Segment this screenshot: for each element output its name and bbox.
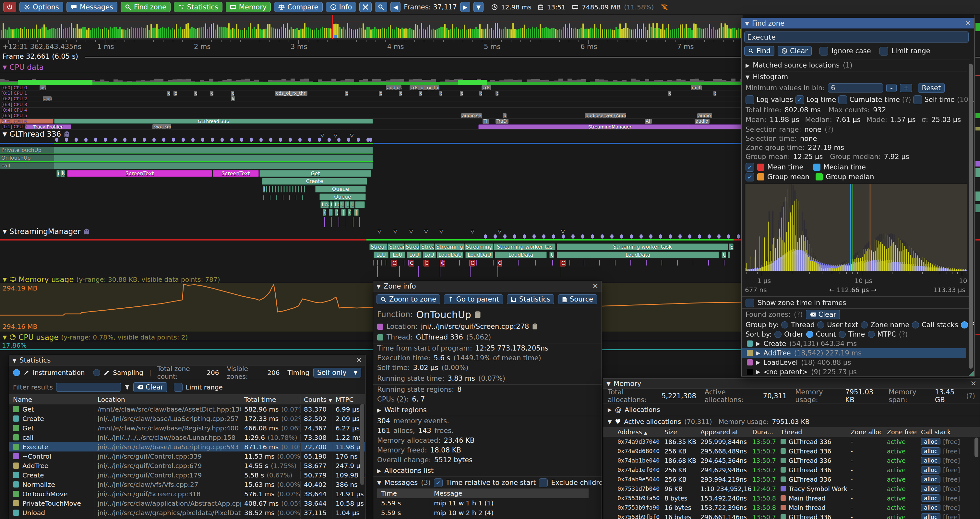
group-zone-name-radio[interactable] xyxy=(861,321,868,329)
alloc-button[interactable]: alloc xyxy=(921,504,940,511)
histogram-label[interactable]: Histogram xyxy=(752,73,788,81)
cpu-zone-span[interactable]: c xyxy=(713,91,716,96)
sample-dot[interactable] xyxy=(484,234,487,239)
alloc-button[interactable]: alloc xyxy=(921,447,940,455)
col-appeared[interactable]: Appeared at xyxy=(700,428,752,436)
table-row[interactable]: 0x74ab1be040186.68 KB294,645,364ns13:50.… xyxy=(603,456,980,465)
instrumentation-radio[interactable] xyxy=(13,369,20,376)
tools-button[interactable] xyxy=(359,2,372,12)
info-button[interactable]: Info xyxy=(326,2,356,12)
sample-dot[interactable] xyxy=(337,137,340,142)
memory-table-header[interactable]: Address ▲ Size Appeared at Dura... Threa… xyxy=(603,427,980,437)
col-total-time[interactable]: Total time xyxy=(240,396,300,404)
options-button[interactable]: Options xyxy=(19,2,63,12)
message-marker-icon[interactable]: ▽ xyxy=(409,228,413,234)
expand-icon[interactable]: ▶ xyxy=(608,407,612,413)
col-thread[interactable]: Thread xyxy=(781,428,851,436)
col-duration[interactable]: Dura... xyxy=(752,428,781,436)
cpu-zone-span[interactable]: c xyxy=(668,91,671,96)
close-icon[interactable]: ✕ xyxy=(592,283,598,290)
zone-span[interactable]: ScreenText xyxy=(67,170,212,177)
cpu-zone-span[interactable]: audioserver (AudioOut_D) xyxy=(585,113,626,118)
cpu-zone-span[interactable]: Ai xyxy=(645,119,652,124)
table-row[interactable]: 0x7531d7b04096 KB1:10 234,952,16112:40.7… xyxy=(603,484,980,493)
table-row[interactable]: Get/mnt/e/claw/src/claw/base/AssetDict.h… xyxy=(9,404,365,414)
table-row[interactable]: OnTouchMovejni/../jni/src/guif/Screen.cp… xyxy=(9,489,365,498)
message-marker-icon[interactable]: ▽ xyxy=(393,228,397,234)
sample-dot[interactable] xyxy=(659,234,662,239)
message-marker-icon[interactable]: ▽ xyxy=(320,133,324,138)
zone-span[interactable]: LoadDaU xyxy=(437,252,463,259)
table-row[interactable]: 0x7553b9fa9016 bytes153,722,396ns13:50.8… xyxy=(603,503,980,512)
sample-dot[interactable] xyxy=(259,137,262,142)
messages-button[interactable]: Messages xyxy=(67,2,118,12)
zone-span[interactable] xyxy=(0,147,54,153)
sample-dot[interactable] xyxy=(289,137,292,142)
cpu-zone-span[interactable]: aud xyxy=(43,96,52,101)
sort-mtpc-radio[interactable] xyxy=(868,331,875,338)
clipboard-icon[interactable] xyxy=(474,311,481,318)
messages-label[interactable]: Messages xyxy=(384,479,418,487)
log-values-checkbox[interactable] xyxy=(746,96,754,104)
sample-dot[interactable] xyxy=(542,234,546,239)
sample-dot[interactable] xyxy=(230,137,234,142)
zone-span[interactable]: U xyxy=(329,201,333,208)
cpu-zone-span[interactable]: cds_ol_rx_thr xyxy=(275,91,307,96)
zone-span[interactable]: PrivateTouchUp xyxy=(0,147,373,153)
message-marker-icon[interactable]: ▽ xyxy=(471,228,474,234)
frames-overview-strip[interactable] xyxy=(0,15,743,39)
sort-time-radio[interactable] xyxy=(838,331,846,338)
col-counts[interactable]: Counts ▼ xyxy=(300,396,332,404)
table-row[interactable]: Normalizejni/../jni/src/claw/vfs/Vfs.cpp… xyxy=(9,480,365,489)
zone-span[interactable]: Strean xyxy=(369,243,388,250)
sample-dot[interactable] xyxy=(640,234,643,239)
zone-span[interactable]: C( xyxy=(469,260,475,267)
sample-dot[interactable] xyxy=(369,137,372,142)
filter-input[interactable] xyxy=(56,383,121,392)
cpu-zone-span[interactable]: cds_ol_rx_threa xyxy=(410,85,439,90)
find-zone-search-input[interactable] xyxy=(744,32,969,43)
zone-span[interactable]: Up xyxy=(350,201,355,208)
zone-span[interactable]: LoadData xyxy=(495,252,547,259)
clear-button[interactable]: Clear xyxy=(778,46,812,56)
cpu-zone-span[interactable]: c xyxy=(479,91,482,96)
sample-dot[interactable] xyxy=(610,234,614,239)
reset-button[interactable]: Reset xyxy=(918,83,945,93)
min-bin-decrease-button[interactable]: - xyxy=(886,84,897,92)
statistics-table-header[interactable]: Name Location Total time Counts ▼ MTPC xyxy=(9,395,365,404)
zone-span[interactable]: Queue xyxy=(320,193,366,200)
timing-dropdown[interactable]: Self only▼ xyxy=(313,368,361,377)
zone-span[interactable]: C( xyxy=(423,260,429,267)
collapse-icon[interactable]: ▼ xyxy=(746,74,749,80)
zone-span[interactable] xyxy=(298,186,299,192)
sample-dot[interactable] xyxy=(308,137,311,142)
sample-dot[interactable] xyxy=(123,137,126,142)
cpu-zone-span[interactable]: GLThread 336 xyxy=(54,119,373,124)
collapse-icon[interactable]: ▼ xyxy=(608,419,612,425)
sample-dot[interactable] xyxy=(181,137,185,142)
expand-icon[interactable]: ▶ xyxy=(377,407,381,413)
zone-span[interactable] xyxy=(266,186,267,192)
sample-dot[interactable] xyxy=(688,234,691,239)
alloc-button[interactable]: alloc xyxy=(921,476,940,483)
col-address[interactable]: Address ▲ xyxy=(617,428,665,436)
zoom-tool-button[interactable] xyxy=(375,2,387,12)
frame-dropdown-button[interactable]: ▼ xyxy=(474,2,484,12)
zone-span[interactable]: Loa xyxy=(320,201,329,208)
sample-dot[interactable] xyxy=(250,137,253,142)
zone-span[interactable]: LoU xyxy=(423,252,436,259)
alloc-button[interactable]: alloc xyxy=(921,457,940,464)
cpu-zone-span[interactable]: c xyxy=(399,91,402,96)
group-call-stacks-radio[interactable] xyxy=(912,321,919,329)
zoom-to-zone-button[interactable]: Zoom to zone xyxy=(377,294,440,304)
min-bin-input[interactable] xyxy=(828,83,883,93)
zone-span[interactable] xyxy=(272,186,273,192)
zone-info-titlebar[interactable]: ▼ Zone info ✕ xyxy=(373,281,601,291)
zone-span[interactable] xyxy=(0,155,54,161)
sample-dot[interactable] xyxy=(678,234,682,239)
zone-span[interactable]: ( xyxy=(323,209,326,216)
cumulate-time-checkbox[interactable] xyxy=(838,96,847,104)
clear-filter-button[interactable]: Clear xyxy=(133,382,167,392)
sample-dot[interactable] xyxy=(240,137,243,142)
cpu-zone-span[interactable]: c xyxy=(495,91,498,96)
